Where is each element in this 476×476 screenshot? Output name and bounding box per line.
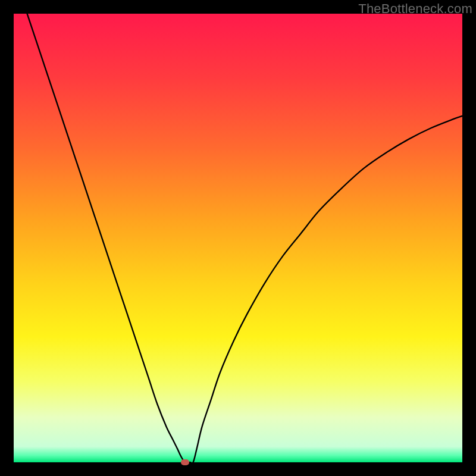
- chart-curve-layer: [14, 14, 462, 462]
- minimum-marker: [181, 459, 189, 465]
- watermark-text: TheBottleneck.com: [358, 1, 472, 17]
- chart-frame: [14, 14, 462, 462]
- bottleneck-curve: [27, 14, 462, 462]
